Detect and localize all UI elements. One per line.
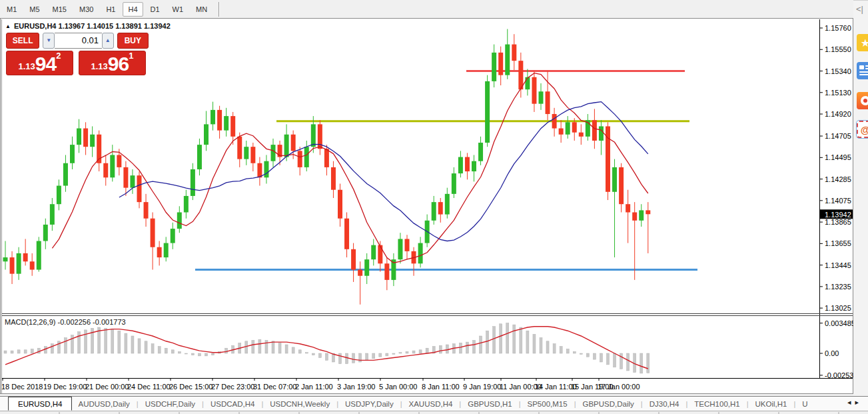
chart-tab-u[interactable]: U [796,397,813,411]
news-line [865,68,868,69]
price-tick-label: 1.13235 [825,283,851,291]
chart-tab-gbpusd-h1[interactable]: GBPUSD,H1 [462,397,518,411]
price-tick-label: 1.15550 [825,45,851,53]
tab-divider: | [336,400,338,408]
up-arrow-icon: ▲ [105,37,111,43]
price-tick-label: 1.14285 [825,175,851,183]
chart-tab-usdchf-daily[interactable]: USDCHF,Daily [139,397,201,411]
tab-divider: | [685,400,687,408]
chart-tab-xauusd-h4[interactable]: XAUUSD,H4 [403,397,459,411]
tab-divider: | [137,400,139,408]
price-tick-label: 1.14705 [825,132,851,140]
chart-tab-tech100-h1[interactable]: TECH100,H1 [688,397,745,411]
bid-pip-sup: 2 [56,51,61,61]
tab-divider: | [641,400,643,408]
news-line [859,74,868,75]
current-price-badge: 1.13942 [820,209,853,219]
bid-prefix: 1.13 [19,60,35,73]
chart-tab-dj30-h4[interactable]: DJ30,H4 [644,397,685,411]
tab-divider: | [261,400,263,408]
price-tick-label: 1.15340 [825,67,851,75]
price-tick-label: 1.13445 [825,261,851,269]
macd-indicator-label: MACD(12,26,9) -0.002256 -0.001773 [5,318,126,326]
weibo-eye [861,96,868,105]
macd-tick-label: 0.00 [825,349,839,357]
symbol-arrow-icon: ▲ [5,23,11,29]
tab-divider: | [459,400,461,408]
time-tick-label: 26 Dec 15:00 [169,383,213,391]
volume-input[interactable] [55,33,102,49]
tab-divider: | [793,400,795,408]
time-tick-label: 2 Jan 11:00 [295,383,333,391]
taskbar-expander-icon[interactable]: <| [856,4,863,14]
time-tick-label: 21 Dec 00:00 [85,383,129,391]
price-tick-label: 1.14495 [825,153,851,161]
price-tick-label: 1.13025 [825,304,851,312]
price-tick-label: 1.13865 [825,218,851,226]
chart-title-text: EURUSD,H4 1.13967 1.14015 1.13891 1.1394… [14,22,171,30]
time-tick-label: 3 Jan 19:00 [337,383,376,391]
sell-button[interactable]: SELL [6,33,39,49]
volume-increase-button[interactable]: ▲ [102,33,114,49]
ask-pip-sup: 1 [129,51,133,61]
chart-title: ▲ EURUSD,H4 1.13967 1.14015 1.13891 1.13… [5,22,171,30]
price-tick-label: 1.14075 [825,197,851,205]
time-tick-label: 27 Dec 23:00 [211,383,254,391]
price-tick-label: 1.14920 [825,110,851,118]
favorites-star-icon[interactable]: ★ [857,34,868,51]
time-tick-label: 31 Dec 07:00 [253,383,296,391]
star-glyph: ★ [861,37,868,49]
price-tick-label: 1.15760 [825,24,851,32]
volume-decrease-button[interactable]: ▼ [43,33,55,49]
chart-tab-sp500-m15[interactable]: SP500,M15 [522,397,574,411]
time-tick-label: 9 Jan 19:00 [463,383,502,391]
ask-big-figure: 96 [108,55,129,73]
tab-divider: | [202,400,204,408]
chart-tab-usdcnh-weekly[interactable]: USDCNH,Weekly [264,397,336,411]
ask-prefix: 1.13 [91,60,108,73]
bid-big-figure: 94 [35,55,56,73]
buy-button[interactable]: BUY [117,33,149,49]
time-tick-label: 17 Jan 00:00 [598,383,640,391]
news-line [859,71,868,73]
price-tick-label: 1.15130 [825,89,851,97]
at-glyph: @ [861,124,868,135]
time-tick-label: 8 Jan 11:00 [422,383,460,391]
tab-divider: | [519,400,521,408]
time-tick-label: 18 Dec 2018 [1,383,43,391]
svg-text:1.13942: 1.13942 [825,211,851,219]
tab-divider: | [574,400,576,408]
desktop-strip: <| ★ @ [853,0,868,396]
tab-divider: | [400,400,402,408]
down-arrow-icon: ▼ [46,37,51,43]
mt4-terminal: M1M5M15M30H1H4D1W1MN 1.157601.155501.153… [0,0,868,414]
chart-tab-usdcad-h4[interactable]: USDCAD,H4 [205,397,260,411]
news-thumb [859,65,864,69]
one-click-trading-panel: SELL ▼ ▲ BUY 1.13942 1.13961 [6,32,149,75]
chart-tab-audusd-daily[interactable]: AUDUSD,Daily [72,397,135,411]
ask-price-tile[interactable]: 1.13961 [79,51,146,75]
chart-tab-ukoil-h1[interactable]: UKOil,H1 [749,397,793,411]
news-panel-icon[interactable] [857,62,868,79]
time-tick-label: 5 Jan 00:00 [379,383,418,391]
tab-scroll-right-icon[interactable]: ▸ [855,398,863,406]
bid-price-tile[interactable]: 1.13942 [6,51,73,75]
news-line [865,65,868,67]
chart-tab-usdjpy-daily[interactable]: USDJPY,Daily [339,397,400,411]
tab-divider: | [747,400,749,408]
tab-scroll-left-icon[interactable]: ◂ [847,398,855,406]
weibo-icon[interactable] [857,92,868,109]
price-tick-label: 1.13655 [825,239,851,247]
time-tick-label: 19 Dec 19:00 [43,383,87,391]
time-tick-label: 24 Dec 11:00 [127,383,171,391]
macd-tick-label: 0.003485 [825,319,855,327]
chart-tab-bar: EURUSD,H4AUDUSD,Daily|USDCHF,Daily|USDCA… [0,396,868,411]
chart-tab-gbpusd-daily[interactable]: GBPUSD,Daily [577,397,640,411]
mail-at-icon[interactable]: @ [857,121,868,138]
chart-tab-eurusd-h4[interactable]: EURUSD,H4 [8,397,72,411]
macd-tick-label: -0.00253 [825,371,853,379]
tab-scroll-arrows[interactable]: ◂▸ [847,398,863,407]
